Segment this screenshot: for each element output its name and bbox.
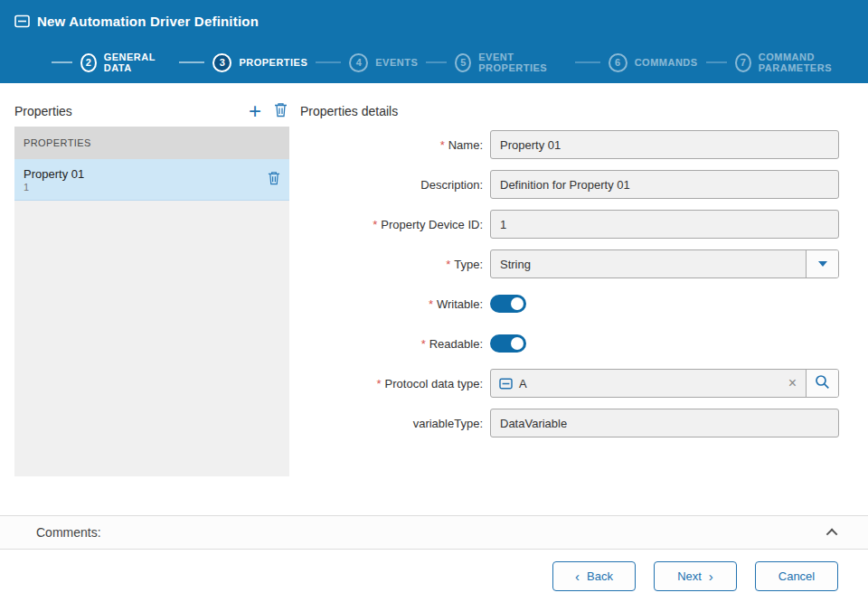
form-row-readable: *Readable: <box>300 329 839 358</box>
device-id-label: *Property Device ID: <box>300 218 490 231</box>
protocol-data-type-value: A <box>513 377 779 390</box>
step-number: 4 <box>349 53 368 72</box>
properties-list-panel: Properties + PROPERTIES Property 01 1 <box>14 96 289 515</box>
form-row-description: Description: <box>300 170 839 199</box>
add-property-button[interactable]: + <box>249 102 261 120</box>
form-row-writable: *Writable: <box>300 289 839 318</box>
step-connector <box>706 61 727 63</box>
wizard-steps: 2 GENERAL DATA 3 PROPERTIES 4 EVENTS 5 E… <box>0 42 868 83</box>
dialog-title: New Automation Driver Definition <box>37 14 259 29</box>
delete-property-button[interactable] <box>274 102 288 120</box>
new-automation-driver-dialog: New Automation Driver Definition 2 GENER… <box>0 0 868 602</box>
writable-toggle[interactable] <box>490 295 526 313</box>
step-label: COMMAND PARAMETERS <box>759 52 868 73</box>
main-content: Properties + PROPERTIES Property 01 1 <box>0 83 868 515</box>
form-row-name: *Name: <box>300 130 839 159</box>
back-button-label: Back <box>587 569 613 583</box>
type-select[interactable]: String <box>490 249 839 278</box>
type-select-value: String <box>491 258 806 271</box>
type-select-dropdown-button[interactable] <box>806 250 838 277</box>
next-button[interactable]: Next › <box>654 561 737 591</box>
form-row-variable-type: variableType: <box>300 409 839 437</box>
step-events[interactable]: 4 EVENTS <box>307 53 418 72</box>
toggle-knob <box>511 297 524 310</box>
clear-protocol-button[interactable]: × <box>779 376 806 390</box>
description-input[interactable] <box>490 170 839 199</box>
back-button[interactable]: ‹ Back <box>552 561 636 591</box>
details-panel-header: Properties details <box>300 96 839 127</box>
device-id-input[interactable] <box>490 210 839 239</box>
toggle-knob <box>511 337 524 350</box>
properties-panel-header: Properties + <box>14 96 289 127</box>
step-connector <box>316 61 341 63</box>
form-row-type: *Type: String <box>300 249 839 278</box>
step-number: 6 <box>609 53 627 72</box>
step-number: 7 <box>735 53 751 72</box>
property-details-form: *Name: Description: *Property Device ID: <box>300 130 839 448</box>
comments-section: Comments: <box>0 515 868 550</box>
protocol-type-icon <box>491 378 513 390</box>
cancel-button-label: Cancel <box>778 569 815 583</box>
next-button-label: Next <box>677 569 702 583</box>
plus-icon: + <box>249 99 261 123</box>
cancel-button[interactable]: Cancel <box>755 561 838 591</box>
dialog-title-row: New Automation Driver Definition <box>0 0 868 42</box>
type-label: *Type: <box>300 258 490 271</box>
step-label: COMMANDS <box>635 57 698 68</box>
step-label: EVENTS <box>375 57 418 68</box>
readable-toggle[interactable] <box>490 334 526 353</box>
step-event-properties[interactable]: 5 EVENT PROPERTIES <box>418 52 566 73</box>
trash-icon <box>274 102 288 120</box>
property-list-item[interactable]: Property 01 1 <box>14 159 289 201</box>
step-connector <box>179 61 204 63</box>
details-panel-title: Properties details <box>300 104 398 118</box>
property-item-id: 1 <box>24 182 268 193</box>
chevron-up-icon <box>826 528 838 540</box>
required-marker: * <box>421 337 426 351</box>
step-command-parameters[interactable]: 7 COMMAND PARAMETERS <box>698 52 868 73</box>
dialog-header: New Automation Driver Definition 2 GENER… <box>0 0 868 83</box>
step-general-data[interactable]: 2 GENERAL DATA <box>43 52 171 73</box>
step-connector <box>52 61 72 63</box>
step-properties[interactable]: 3 PROPERTIES <box>171 53 307 72</box>
protocol-data-type-label: *Protocol data type: <box>300 377 490 390</box>
properties-panel-actions: + <box>249 102 289 120</box>
delete-item-button[interactable] <box>268 171 280 188</box>
properties-details-panel: Properties details *Name: Description: <box>300 96 839 515</box>
form-row-protocol-data-type: *Protocol data type: A × <box>300 369 839 398</box>
required-marker: * <box>377 377 382 390</box>
readable-label: *Readable: <box>300 337 490 351</box>
protocol-search-button[interactable] <box>806 370 838 397</box>
trash-icon <box>268 171 280 188</box>
step-label: GENERAL DATA <box>104 52 172 73</box>
step-label: EVENT PROPERTIES <box>478 52 566 73</box>
driver-icon <box>14 14 30 28</box>
description-label: Description: <box>300 178 490 192</box>
properties-list: PROPERTIES Property 01 1 <box>14 127 289 476</box>
properties-panel-title: Properties <box>14 104 72 118</box>
step-number: 2 <box>80 53 97 72</box>
protocol-data-type-field[interactable]: A × <box>490 369 839 398</box>
collapse-comments-button[interactable] <box>826 525 841 541</box>
required-marker: * <box>446 258 450 271</box>
form-row-device-id: *Property Device ID: <box>300 210 839 239</box>
name-label: *Name: <box>300 138 490 152</box>
variable-type-label: variableType: <box>300 417 490 430</box>
property-item-name: Property 01 <box>24 167 268 181</box>
step-commands[interactable]: 6 COMMANDS <box>567 53 698 72</box>
required-marker: * <box>429 297 433 311</box>
step-connector <box>575 61 600 63</box>
step-label: PROPERTIES <box>239 57 307 68</box>
property-item-text: Property 01 1 <box>24 167 268 193</box>
required-marker: * <box>373 218 377 231</box>
variable-type-input[interactable] <box>490 409 839 437</box>
dialog-footer: ‹ Back Next › Cancel <box>0 550 868 602</box>
properties-list-column-header: PROPERTIES <box>14 127 289 159</box>
step-number: 3 <box>212 53 231 72</box>
step-number: 5 <box>455 53 471 72</box>
chevron-right-icon: › <box>709 569 713 583</box>
chevron-down-icon <box>818 261 827 267</box>
chevron-left-icon: ‹ <box>575 569 580 583</box>
name-input[interactable] <box>490 130 839 159</box>
required-marker: * <box>440 138 445 152</box>
